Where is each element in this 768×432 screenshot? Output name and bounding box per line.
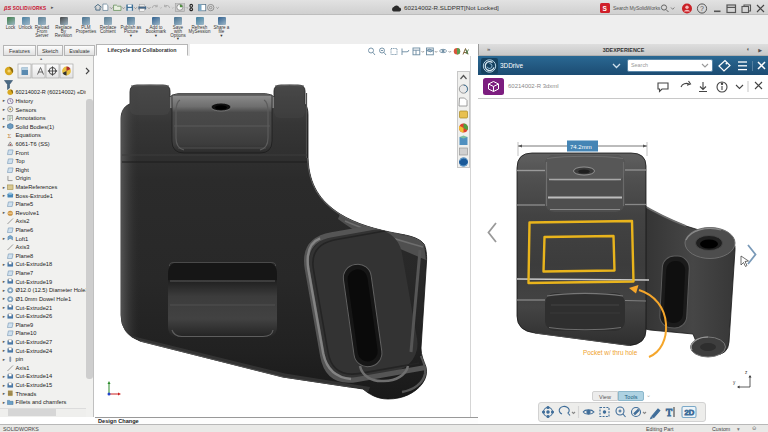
svg-text:Σ: Σ <box>7 132 11 139</box>
svg-text:?: ? <box>700 5 704 12</box>
svg-text:z: z <box>745 370 748 375</box>
svg-text:74.2mm: 74.2mm <box>570 144 592 150</box>
svg-text:T: T <box>666 407 672 418</box>
svg-text:y: y <box>733 380 736 385</box>
svg-text:2D: 2D <box>685 408 695 417</box>
svg-text:Pocket w/ thru hole: Pocket w/ thru hole <box>583 349 638 356</box>
